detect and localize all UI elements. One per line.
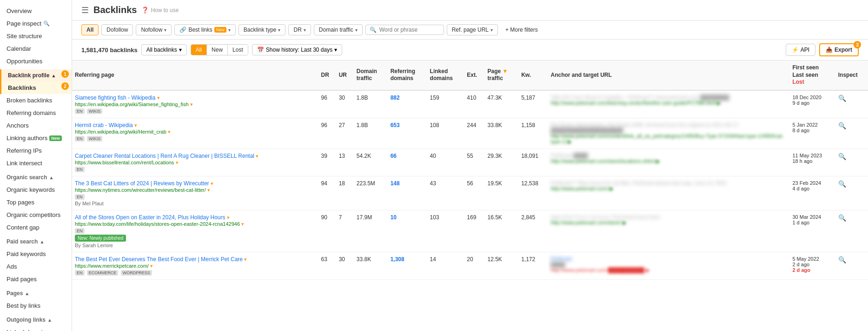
sidebar-item-backlink-profile[interactable]: Backlink profile ▲ 1	[0, 69, 72, 81]
th-dr[interactable]: DR	[318, 61, 336, 90]
sidebar-item-pages[interactable]: Pages ▲	[0, 287, 72, 299]
sidebar-item-linked-domains[interactable]: Linked domains	[0, 326, 72, 331]
url-dropdown-icon[interactable]: ▾	[211, 181, 213, 186]
th-linked-domains[interactable]: Linkeddomains	[427, 61, 464, 90]
sidebar-item-paid-search[interactable]: Paid search ▲	[0, 236, 72, 248]
sidebar-item-broken-backlinks[interactable]: Broken backlinks	[0, 94, 72, 107]
inspect-cell[interactable]: 🔍	[835, 149, 868, 176]
sidebar-item-overview[interactable]: Overview	[0, 5, 72, 17]
inspect-icon[interactable]: 🔍	[838, 153, 846, 160]
inspect-icon[interactable]: 🔍	[838, 180, 846, 188]
url-expand-icon[interactable]: ▾	[241, 221, 244, 227]
filter-dr-label: DR	[293, 27, 301, 33]
th-ext[interactable]: Ext.	[464, 61, 484, 90]
help-link[interactable]: ❓ How to use	[141, 7, 179, 14]
tab-lost[interactable]: Lost	[228, 45, 248, 55]
inspect-cell[interactable]: 🔍	[835, 90, 868, 118]
referring-page-link[interactable]: Carpet Cleaner Rental Locations | Rent A…	[75, 153, 254, 159]
tag-en: EN	[75, 194, 85, 200]
author-label: By Sarah Lemire	[75, 243, 316, 248]
sidebar-item-paid-pages[interactable]: Paid pages	[0, 273, 72, 285]
inspect-icon[interactable]: 🔍	[838, 95, 846, 102]
url-dropdown-icon[interactable]: ▾	[134, 122, 137, 128]
show-history-button[interactable]: 📅 Show history: Last 30 days ▾	[252, 44, 342, 55]
url-dropdown-icon[interactable]: ▾	[157, 95, 160, 101]
sidebar-item-referring-ips[interactable]: Referring IPs	[0, 144, 72, 157]
sidebar-item-referring-domains[interactable]: Referring domains	[0, 107, 72, 119]
sidebar-item-label: Site structure	[7, 33, 42, 40]
sidebar-item-organic-search[interactable]: Organic search ▲	[0, 171, 72, 183]
sidebar-item-backlinks[interactable]: Backlinks 2	[0, 81, 72, 94]
api-button[interactable]: ⚡ API	[786, 44, 815, 56]
linked-domains-cell: 43	[427, 176, 464, 210]
word-phrase-input[interactable]	[379, 27, 440, 33]
sidebar-item-link-intersect[interactable]: Link intersect	[0, 157, 72, 169]
sidebar-item-anchors[interactable]: Anchors	[0, 119, 72, 132]
menu-icon[interactable]: ☰	[81, 5, 89, 15]
sidebar-item-organic-competitors[interactable]: Organic competitors	[0, 209, 72, 221]
sidebar-item-label: Broken backlinks	[7, 97, 52, 104]
referring-page-link[interactable]: The 3 Best Cat Litters of 2024 | Reviews…	[75, 180, 209, 187]
referring-page-link[interactable]: The Best Pet Ever Deserves The Best Food…	[75, 256, 243, 263]
url-expand-icon[interactable]: ▾	[207, 187, 210, 193]
filter-dr-button[interactable]: DR ▾	[288, 24, 311, 35]
sidebar-item-page-inspect[interactable]: Page inspect 🔍	[0, 17, 72, 30]
tab-new[interactable]: New	[207, 45, 228, 55]
referring-page-link[interactable]: Hermit crab - Wikipedia	[75, 122, 133, 128]
sidebar-item-opportunities[interactable]: Opportunities	[0, 55, 72, 68]
referring-page-link[interactable]: All of the Stores Open on Easter in 2024…	[75, 214, 225, 221]
word-phrase-search[interactable]: 🔍	[365, 25, 444, 35]
sidebar-item-best-by-links[interactable]: Best by links	[0, 299, 72, 312]
filter-nofollow-button[interactable]: Nofollow ▾	[136, 24, 172, 35]
sidebar-item-top-pages[interactable]: Top pages	[0, 196, 72, 209]
sidebar-item-site-structure[interactable]: Site structure	[0, 30, 72, 42]
filter-backlink-type-button[interactable]: Backlink type ▾	[239, 24, 286, 35]
th-ur[interactable]: UR	[336, 61, 354, 90]
th-referring-domains[interactable]: Referringdomains	[388, 61, 427, 90]
url-expand-icon[interactable]: ▾	[190, 101, 193, 107]
inspect-icon[interactable]: 🔍	[838, 214, 846, 222]
all-backlinks-dropdown[interactable]: All backlinks ▾	[141, 44, 187, 55]
filter-best-links-button[interactable]: 🔗 Best links New ▾	[174, 24, 235, 35]
filter-ref-page-url-button[interactable]: Ref. page URL ▾	[447, 24, 498, 35]
sidebar-item-label: Linking authors	[7, 135, 47, 142]
inspect-cell[interactable]: 🔍	[835, 176, 868, 210]
sidebar-item-calendar[interactable]: Calendar	[0, 42, 72, 55]
filter-domain-traffic-button[interactable]: Domain traffic ▾	[314, 24, 363, 35]
url-expand-icon[interactable]: ▾	[150, 263, 153, 269]
sidebar-item-content-gap[interactable]: Content gap	[0, 221, 72, 234]
kw-cell: 2,845	[518, 210, 548, 252]
referring-domains-cell: 1,308	[388, 252, 427, 279]
linked-domains-cell: 108	[427, 118, 464, 149]
backlinks-count: 1,581,470 backlinks	[81, 47, 138, 54]
filter-dofollow-button[interactable]: Dofollow	[101, 24, 133, 35]
sidebar-item-paid-keywords[interactable]: Paid keywords	[0, 248, 72, 260]
tab-all[interactable]: All	[191, 45, 207, 55]
sidebar-item-label: Pages	[7, 290, 23, 297]
url-dropdown-icon[interactable]: ▾	[244, 257, 247, 262]
url-expand-icon[interactable]: ▾	[168, 129, 171, 135]
table-row: Hermit crab - Wikipedia ▾ https://en.wik…	[72, 118, 868, 149]
export-button[interactable]: 📥 Export	[819, 43, 859, 56]
url-expand-icon[interactable]: ▾	[176, 160, 179, 165]
th-kw[interactable]: Kw.	[518, 61, 548, 90]
filter-all-button[interactable]: All	[81, 24, 99, 35]
inspect-icon[interactable]: 🔍	[838, 122, 846, 129]
referring-domains-cell: 653	[388, 118, 427, 149]
referring-page-link[interactable]: Siamese fighting fish - Wikipedia	[75, 95, 155, 101]
more-filters-button[interactable]: + More filters	[501, 25, 543, 35]
inspect-cell[interactable]: 🔍	[835, 118, 868, 149]
th-page-traffic[interactable]: Page ▼traffic	[485, 61, 519, 90]
url-dropdown-icon[interactable]: ▾	[227, 215, 230, 220]
sidebar-item-ads[interactable]: Ads	[0, 260, 72, 273]
sidebar-item-outgoing-links[interactable]: Outgoing links ▲	[0, 314, 72, 326]
step-badge-3: 3	[854, 41, 861, 48]
inspect-icon[interactable]: 🔍	[838, 256, 846, 263]
sidebar-item-linking-authors[interactable]: Linking authors New	[0, 132, 72, 144]
inspect-cell[interactable]: 🔍	[835, 252, 868, 279]
ext-cell: 410	[464, 90, 484, 118]
th-domain-traffic[interactable]: Domaintraffic	[354, 61, 388, 90]
inspect-cell[interactable]: 🔍	[835, 210, 868, 252]
url-dropdown-icon[interactable]: ▾	[256, 153, 258, 159]
sidebar-item-organic-keywords[interactable]: Organic keywords	[0, 183, 72, 196]
